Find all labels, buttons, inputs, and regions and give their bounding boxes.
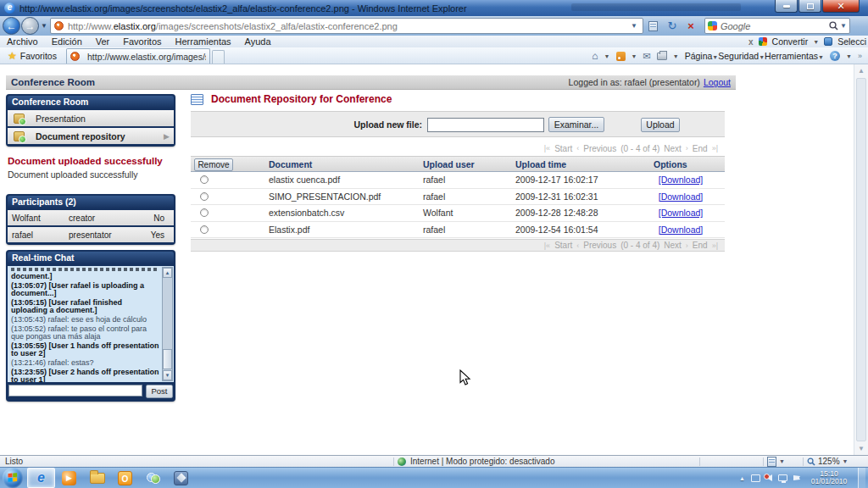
mail-icon[interactable]: ✉ xyxy=(643,52,650,61)
search-icon[interactable] xyxy=(829,21,838,30)
scroll-down-icon[interactable]: ▼ xyxy=(858,442,865,455)
pager-end[interactable]: End xyxy=(693,241,708,250)
home-icon[interactable]: ⌂ xyxy=(592,51,598,61)
history-dropdown-icon[interactable]: ▼ xyxy=(41,22,47,30)
scroll-down-icon[interactable]: ▼ xyxy=(163,370,172,380)
menu-item[interactable]: Edición xyxy=(52,36,82,47)
taskbar-clock[interactable]: 15:10 01/01/2010 xyxy=(806,470,852,486)
search-dropdown-icon[interactable]: ▼ xyxy=(840,22,847,30)
taskbar-explorer-button[interactable] xyxy=(83,468,111,488)
home-dropdown-icon[interactable]: ▼ xyxy=(604,53,610,59)
row-radio-button[interactable] xyxy=(200,208,209,217)
start-button[interactable] xyxy=(3,468,23,488)
pager-previous[interactable]: Previous xyxy=(583,241,616,250)
sidebar-item[interactable]: Presentation ▶ xyxy=(8,110,174,126)
chevron-down-icon[interactable]: ▼ xyxy=(818,54,824,60)
stop-button[interactable]: × xyxy=(682,18,699,34)
address-input[interactable]: http://www.elastix.org/images/screenshot… xyxy=(50,18,643,34)
menu-item[interactable]: Ver xyxy=(96,36,110,47)
pager-prev-icon[interactable]: ‹ xyxy=(576,144,579,152)
sidebar-item[interactable]: Document repository ▶ xyxy=(8,128,174,144)
compatibility-view-button[interactable] xyxy=(645,18,662,34)
command-button[interactable]: Página xyxy=(685,51,713,61)
select-button[interactable]: Selecci xyxy=(837,36,866,47)
pager-next-icon[interactable]: › xyxy=(686,241,688,250)
pager-first-icon[interactable]: |« xyxy=(544,241,550,250)
post-button[interactable]: Post xyxy=(146,385,173,398)
pager-start[interactable]: Start xyxy=(554,241,572,250)
zoom-control[interactable]: 125% ▼ xyxy=(807,457,868,466)
maximize-button[interactable] xyxy=(798,0,821,13)
convert-dropdown-icon[interactable]: ▼ xyxy=(813,39,819,45)
browser-tab[interactable]: http://www.elastix.org/images/screen... xyxy=(66,48,210,64)
pager-last-icon[interactable]: »| xyxy=(712,241,718,250)
close-button[interactable]: ✕ xyxy=(822,0,860,13)
favorites-button[interactable]: ★ Favoritos xyxy=(3,48,61,64)
tray-volume-muted-icon[interactable] xyxy=(766,474,772,481)
refresh-button[interactable]: ↻ xyxy=(664,18,681,34)
scrollbar-thumb[interactable] xyxy=(163,349,172,369)
scrollbar-thumb[interactable] xyxy=(856,78,866,441)
taskbar-virtualbox-button[interactable] xyxy=(167,468,195,488)
address-dropdown-icon[interactable]: ▼ xyxy=(629,22,639,30)
rss-icon[interactable] xyxy=(616,52,626,61)
pager-start[interactable]: Start xyxy=(554,144,572,153)
sidebar: Conference Room Presentation ▶ Document … xyxy=(6,94,175,407)
upload-button[interactable]: Upload xyxy=(641,118,680,132)
scroll-up-icon[interactable]: ▲ xyxy=(858,64,865,77)
pager-end[interactable]: End xyxy=(693,144,708,153)
download-link[interactable]: [Download] xyxy=(659,225,704,235)
row-radio-button[interactable] xyxy=(200,175,209,184)
new-tab-button[interactable] xyxy=(212,50,225,64)
menu-item[interactable]: Herramientas xyxy=(175,36,231,47)
command-button[interactable]: Herramientas xyxy=(765,51,818,61)
download-link[interactable]: [Download] xyxy=(659,191,704,202)
tray-panel-icon[interactable] xyxy=(751,474,760,482)
print-dropdown-icon[interactable]: ▼ xyxy=(673,53,679,59)
taskbar-media-player-button[interactable]: ▶ xyxy=(55,468,83,488)
chat-scrollbar[interactable]: ▲ ▼ xyxy=(162,267,173,381)
browse-button[interactable]: Examinar... xyxy=(548,117,604,132)
logout-link[interactable]: Logout xyxy=(704,77,731,87)
pager-prev-icon[interactable]: ‹ xyxy=(576,241,579,250)
help-icon[interactable]: ? xyxy=(830,51,840,61)
page-scrollbar[interactable]: ▲ ▼ xyxy=(854,64,868,455)
scroll-up-icon[interactable]: ▲ xyxy=(163,268,172,278)
back-button[interactable]: ← xyxy=(3,17,20,35)
menu-item[interactable]: Ayuda xyxy=(245,36,271,47)
row-radio-button[interactable] xyxy=(200,192,209,201)
minimize-button[interactable] xyxy=(775,0,798,13)
rss-dropdown-icon[interactable]: ▼ xyxy=(632,53,637,59)
row-radio-button[interactable] xyxy=(200,225,209,234)
taskbar-ie-button[interactable]: e xyxy=(27,468,55,488)
remove-button[interactable]: Remove xyxy=(194,158,233,171)
pager-previous[interactable]: Previous xyxy=(583,144,616,153)
compatibility-status-button[interactable]: ▼ xyxy=(767,457,799,467)
command-button[interactable]: Seguridad xyxy=(718,51,759,61)
toolbar-close-icon[interactable]: x xyxy=(748,37,754,47)
forward-button[interactable]: → xyxy=(21,17,39,35)
search-input[interactable] xyxy=(721,21,827,31)
chat-input[interactable] xyxy=(8,385,142,396)
pager-first-icon[interactable]: |« xyxy=(544,144,550,152)
menu-item[interactable]: Archivo xyxy=(7,36,38,47)
printer-icon[interactable] xyxy=(657,53,667,60)
tray-network-icon[interactable] xyxy=(778,474,787,481)
show-desktop-button[interactable] xyxy=(858,468,865,488)
pager-next-icon[interactable]: › xyxy=(686,144,688,152)
help-dropdown-icon[interactable]: ▼ xyxy=(846,53,852,59)
pager-next[interactable]: Next xyxy=(664,241,682,250)
chat-panel: Real-time Chat document.] (13:05:07) [Us… xyxy=(6,250,175,402)
tray-action-center-icon[interactable] xyxy=(793,475,800,480)
pager-last-icon[interactable]: »| xyxy=(712,144,718,152)
upload-file-input[interactable] xyxy=(427,118,544,132)
pager-next[interactable]: Next xyxy=(664,144,682,153)
taskbar-messenger-button[interactable] xyxy=(139,468,167,488)
convert-button[interactable]: Convertir xyxy=(772,36,809,47)
tray-expand-icon[interactable]: ▲ xyxy=(739,475,745,481)
menu-item[interactable]: Favoritos xyxy=(123,36,161,47)
toolbar-overflow-chevron[interactable]: » xyxy=(858,52,862,60)
taskbar-outlook-button[interactable]: O xyxy=(111,468,139,488)
download-link[interactable]: [Download] xyxy=(659,175,704,185)
download-link[interactable]: [Download] xyxy=(659,208,704,218)
